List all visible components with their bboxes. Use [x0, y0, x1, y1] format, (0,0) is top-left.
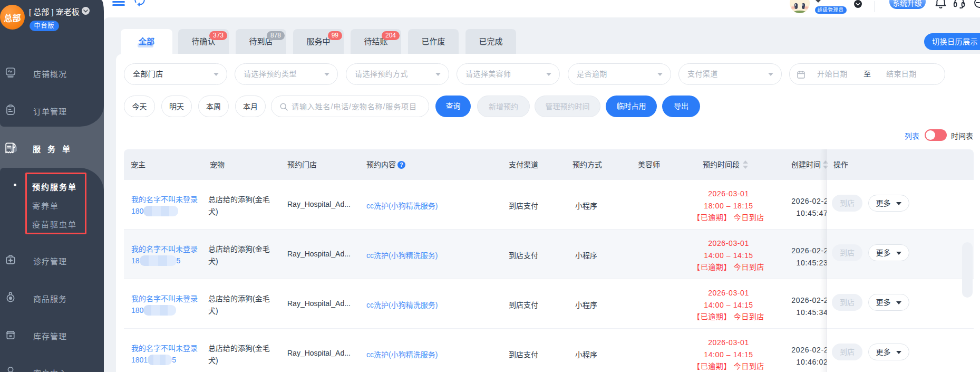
svg-text:?: ?: [400, 162, 403, 168]
